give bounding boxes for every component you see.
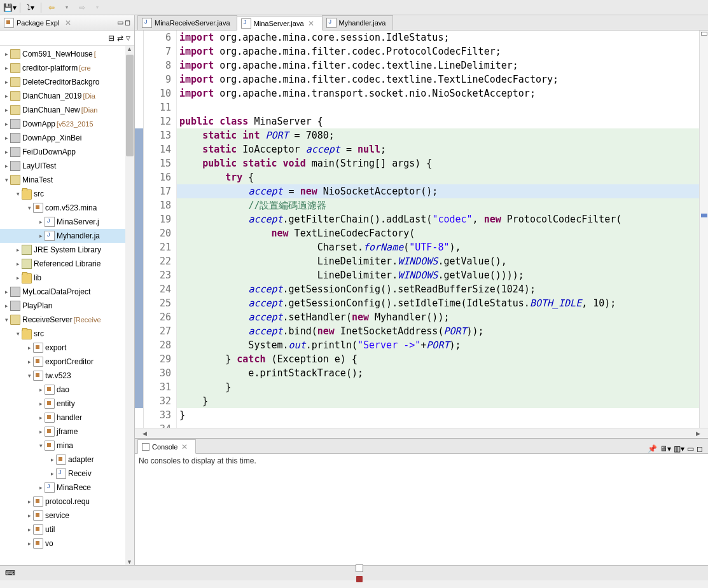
twisty-icon[interactable]: ▸ — [37, 414, 45, 421]
package-explorer-tree[interactable]: ▸Com591_NewHouse [▸creditor-platform [cr… — [0, 46, 134, 565]
twisty-icon[interactable]: ▾ — [14, 191, 22, 197]
tree-item[interactable]: ▸DownApp [v523_2015 — [0, 117, 134, 131]
code-line[interactable]: static int PORT = 7080; — [177, 128, 699, 142]
twisty-icon[interactable]: ▸ — [3, 163, 10, 169]
tree-item[interactable]: ▸Receiv — [0, 467, 134, 481]
twisty-icon[interactable]: ▸ — [25, 526, 33, 533]
code-line[interactable]: import org.apache.mina.core.session.Idle… — [177, 31, 699, 44]
code-line[interactable]: import org.apache.mina.filter.codec.text… — [177, 58, 699, 72]
status-icon-1[interactable] — [356, 564, 363, 572]
twisty-icon[interactable]: ▸ — [25, 540, 33, 547]
pin-console-button[interactable]: 📌 — [648, 444, 657, 453]
close-console-button[interactable]: ✕ — [180, 442, 189, 451]
twisty-icon[interactable]: ▸ — [3, 65, 10, 71]
show-key-assist-icon[interactable]: ⌨ — [5, 569, 15, 577]
editor-tab[interactable]: MinaReceiveServer.java — [137, 15, 237, 30]
next-annotation[interactable]: ⤵▾ — [24, 1, 38, 14]
twisty-icon[interactable]: ▸ — [3, 149, 10, 155]
code-line[interactable]: //設置編碼過濾器 — [177, 198, 699, 212]
tree-item[interactable]: ▸exportCreditor — [0, 355, 134, 369]
editor-horizontal-scrollbar[interactable]: ◀ ▶ — [135, 428, 708, 438]
tree-item[interactable]: ▸creditor-platform [cre — [0, 61, 134, 75]
twisty-icon[interactable]: ▸ — [48, 470, 56, 477]
link-editor-button[interactable]: ⇄ — [117, 34, 123, 43]
maximize-view-button[interactable]: ◻ — [125, 18, 130, 27]
tree-item[interactable]: ▸Referenced Librarie — [0, 257, 134, 271]
code-line[interactable]: LineDelimiter.WINDOWS.getValue()))); — [177, 268, 699, 282]
code-line[interactable]: static IoAcceptor accept = null; — [177, 142, 699, 156]
code-line[interactable]: import org.apache.mina.transport.socket.… — [177, 86, 699, 100]
tree-item[interactable]: ▸jframe — [0, 425, 134, 439]
code-line[interactable]: accept.bind(new InetSocketAddress(PORT))… — [177, 324, 699, 338]
nav-forward[interactable]: ⇨ — [75, 1, 89, 14]
code-line[interactable]: public static void main(String[] args) { — [177, 156, 699, 170]
tree-item[interactable]: ▸lib — [0, 271, 134, 285]
tree-item[interactable]: ▸Com591_NewHouse [ — [0, 47, 134, 61]
console-min-button[interactable]: ▭ — [687, 444, 694, 453]
nav-forward-menu[interactable]: ▾ — [90, 1, 104, 14]
tree-item[interactable]: ▾com.v523.mina — [0, 201, 134, 215]
code-line[interactable]: Charset.forName("UTF-8"), — [177, 240, 699, 254]
twisty-icon[interactable]: ▸ — [3, 51, 10, 57]
save-dropdown[interactable]: 💾▾ — [3, 1, 17, 14]
tree-item[interactable]: ▸DianChuan_2019 [Dia — [0, 89, 134, 103]
twisty-icon[interactable]: ▸ — [3, 289, 10, 295]
twisty-icon[interactable]: ▾ — [37, 442, 45, 449]
code-line[interactable]: accept = new NioSocketAcceptor(); — [177, 184, 699, 198]
twisty-icon[interactable]: ▸ — [14, 261, 22, 267]
tree-item[interactable]: ▸service — [0, 509, 134, 523]
twisty-icon[interactable]: ▸ — [25, 512, 33, 519]
twisty-icon[interactable]: ▸ — [37, 400, 45, 407]
tree-item[interactable]: ▾src — [0, 187, 134, 201]
editor-tab[interactable]: Myhandler.java — [322, 15, 393, 30]
code-area[interactable]: import org.apache.mina.core.session.Idle… — [177, 31, 699, 428]
tree-item[interactable]: ▾tw.v523 — [0, 369, 134, 383]
twisty-icon[interactable]: ▸ — [37, 428, 45, 435]
twisty-icon[interactable]: ▸ — [37, 484, 45, 491]
nav-back-menu[interactable]: ▾ — [60, 1, 74, 14]
twisty-icon[interactable]: ▸ — [48, 456, 56, 463]
code-line[interactable]: } — [177, 380, 699, 394]
tree-item[interactable]: ▸dao — [0, 383, 134, 397]
tree-item[interactable]: ▸util — [0, 523, 134, 537]
display-console-button[interactable]: 🖥▾ — [660, 444, 671, 453]
tree-item[interactable]: ▸MinaRece — [0, 481, 134, 495]
tree-item[interactable]: ▸adapter — [0, 453, 134, 467]
code-line[interactable] — [177, 100, 699, 114]
twisty-icon[interactable]: ▸ — [25, 345, 33, 351]
status-icon-2[interactable] — [356, 576, 363, 582]
tree-item[interactable]: ▸export — [0, 341, 134, 355]
collapse-all-button[interactable]: ⊟ — [108, 34, 115, 43]
twisty-icon[interactable]: ▸ — [25, 359, 33, 365]
code-line[interactable]: import org.apache.mina.filter.codec.Prot… — [177, 44, 699, 58]
nav-back[interactable]: ⇦ — [45, 1, 59, 14]
twisty-icon[interactable]: ▸ — [3, 135, 10, 141]
overview-ruler[interactable] — [699, 31, 708, 428]
tree-item[interactable]: ▸PlayPlan — [0, 299, 134, 313]
code-line[interactable]: } — [177, 394, 699, 408]
twisty-icon[interactable]: ▾ — [14, 331, 22, 337]
twisty-icon[interactable]: ▸ — [3, 303, 10, 309]
code-line[interactable]: new TextLineCodecFactory( — [177, 226, 699, 240]
code-line[interactable]: LineDelimiter.WINDOWS.getValue(), — [177, 254, 699, 268]
code-editor[interactable]: 6789101112131415161718192021222324252627… — [135, 31, 708, 428]
tree-item[interactable]: ▸protocol.requ — [0, 495, 134, 509]
tree-item[interactable]: ▸vo — [0, 537, 134, 550]
editor-tab[interactable]: MinaServer.java✕ — [237, 16, 323, 31]
tree-item[interactable]: ▾ReceiveServer [Receive — [0, 313, 134, 327]
twisty-icon[interactable]: ▸ — [37, 219, 45, 225]
code-line[interactable]: accept.getSessionConfig().setIdleTime(Id… — [177, 296, 699, 310]
code-line[interactable]: } catch (Exception e) { — [177, 352, 699, 366]
tree-item[interactable]: ▸LayUITest — [0, 159, 134, 173]
tree-item[interactable]: ▸entity — [0, 397, 134, 411]
twisty-icon[interactable]: ▾ — [25, 205, 33, 211]
tree-item[interactable]: ▸MinaServer.j — [0, 215, 134, 229]
tree-item[interactable]: ▸DeleteCreditorBackgro — [0, 75, 134, 89]
code-line[interactable]: e.printStackTrace(); — [177, 366, 699, 380]
code-line[interactable]: accept.getFilterChain().addLast("codec",… — [177, 212, 699, 226]
twisty-icon[interactable]: ▸ — [25, 498, 33, 505]
tree-scrollbar[interactable]: ▲ ▼ — [125, 46, 134, 565]
twisty-icon[interactable]: ▸ — [14, 247, 22, 253]
code-line[interactable] — [177, 422, 699, 428]
tree-item[interactable]: ▸FeiDuDownApp — [0, 145, 134, 159]
